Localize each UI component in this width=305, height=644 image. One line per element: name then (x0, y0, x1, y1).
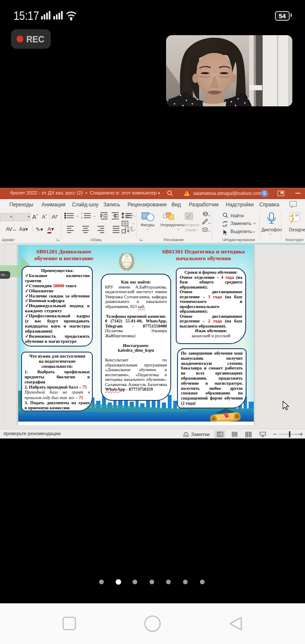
svg-text:1: 1 (81, 212, 83, 215)
svg-text:Экспресс-: Экспресс- (182, 222, 201, 227)
svg-text:Фигуры: Фигуры (141, 222, 155, 227)
svg-text:Найти: Найти (230, 213, 244, 218)
svg-text:стили: стили (185, 228, 196, 232)
svg-text:b: b (225, 223, 227, 227)
svg-text:Упорядочить: Упорядочить (160, 222, 184, 227)
svg-text:Заметки: Заметки (191, 432, 210, 437)
svg-text:Выделить: Выделить (230, 229, 252, 234)
svg-text:2: 2 (81, 217, 83, 219)
svg-text:Заменить: Заменить (230, 221, 252, 226)
